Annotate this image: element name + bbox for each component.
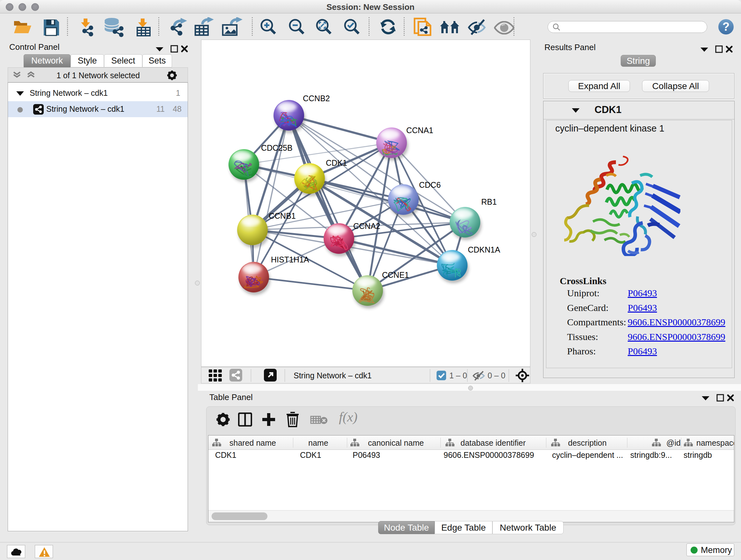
- svg-text:RB1: RB1: [481, 197, 497, 206]
- svg-text:CCNB1: CCNB1: [269, 211, 296, 220]
- svg-text:CDC6: CDC6: [419, 180, 441, 189]
- svg-text:CCNE1: CCNE1: [382, 270, 409, 279]
- svg-text:CDKN1A: CDKN1A: [468, 245, 500, 254]
- svg-text:CCNA2: CCNA2: [353, 222, 381, 231]
- svg-text:CDK1: CDK1: [326, 159, 347, 167]
- svg-text:CCNB2: CCNB2: [303, 94, 330, 103]
- svg-text:CCNA1: CCNA1: [406, 126, 433, 135]
- svg-text:CDC25B: CDC25B: [261, 143, 293, 152]
- svg-text:HIST1H1A: HIST1H1A: [271, 255, 309, 264]
